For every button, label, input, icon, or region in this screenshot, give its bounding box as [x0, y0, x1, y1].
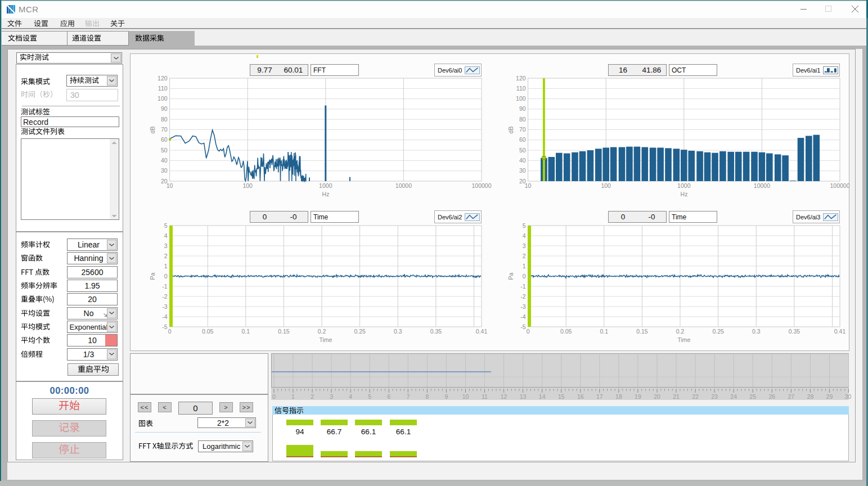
- svg-text:50: 50: [161, 147, 168, 154]
- svg-text:3: 3: [164, 242, 168, 249]
- svg-text:4: 4: [349, 393, 352, 400]
- svg-text:1000: 1000: [677, 182, 691, 189]
- svg-text:100: 100: [158, 95, 168, 102]
- svg-text:0.2: 0.2: [318, 328, 326, 335]
- svg-text:0: 0: [168, 328, 172, 335]
- svg-text:Hz: Hz: [322, 191, 330, 197]
- svg-text:24: 24: [730, 393, 737, 400]
- svg-text:10: 10: [167, 182, 173, 189]
- svg-text:-3: -3: [520, 303, 525, 310]
- svg-text:4: 4: [164, 232, 168, 239]
- svg-text:-1: -1: [162, 283, 167, 290]
- svg-text:22: 22: [692, 393, 699, 400]
- svg-text:-5: -5: [162, 323, 167, 330]
- svg-text:21: 21: [673, 393, 680, 400]
- svg-text:28: 28: [807, 393, 814, 400]
- svg-text:0.15: 0.15: [278, 328, 290, 335]
- svg-text:70: 70: [161, 126, 168, 133]
- svg-text:14: 14: [539, 393, 546, 400]
- svg-text:-3: -3: [162, 303, 167, 310]
- svg-text:100: 100: [601, 182, 611, 189]
- svg-text:7: 7: [406, 393, 410, 400]
- svg-text:0: 0: [164, 273, 168, 280]
- svg-text:29: 29: [826, 393, 833, 400]
- svg-text:-2: -2: [520, 293, 525, 300]
- svg-text:110: 110: [158, 85, 168, 92]
- svg-text:80: 80: [161, 116, 168, 123]
- svg-text:0: 0: [527, 328, 530, 335]
- svg-text:100: 100: [242, 182, 253, 189]
- svg-text:100000: 100000: [471, 182, 491, 189]
- svg-text:30: 30: [161, 167, 168, 174]
- svg-text:Time: Time: [678, 336, 691, 343]
- svg-text:8: 8: [425, 393, 429, 400]
- svg-text:0.05: 0.05: [202, 328, 214, 335]
- svg-text:Hz: Hz: [681, 191, 688, 197]
- svg-text:0.3: 0.3: [752, 328, 761, 335]
- svg-text:17: 17: [596, 393, 603, 400]
- svg-text:10000: 10000: [395, 182, 412, 189]
- svg-text:120: 120: [158, 75, 168, 82]
- svg-text:1: 1: [164, 263, 168, 269]
- svg-text:25: 25: [749, 393, 756, 400]
- svg-text:0.35: 0.35: [430, 328, 442, 335]
- svg-text:Pa: Pa: [149, 272, 156, 280]
- svg-text:90: 90: [519, 105, 526, 112]
- svg-text:40: 40: [519, 157, 526, 164]
- svg-text:2: 2: [523, 253, 526, 259]
- svg-text:0.35: 0.35: [789, 328, 800, 335]
- svg-text:90: 90: [161, 105, 168, 112]
- svg-text:60: 60: [519, 136, 526, 143]
- svg-text:5: 5: [164, 222, 168, 229]
- svg-text:100: 100: [516, 95, 526, 102]
- svg-text:-4: -4: [162, 313, 167, 320]
- svg-text:18: 18: [615, 393, 622, 400]
- svg-text:16: 16: [577, 393, 584, 400]
- svg-text:30: 30: [519, 167, 526, 174]
- svg-text:Time: Time: [320, 336, 332, 343]
- svg-text:0.41: 0.41: [476, 328, 488, 335]
- svg-text:3: 3: [330, 393, 333, 400]
- svg-text:Pa: Pa: [507, 272, 514, 280]
- svg-text:10: 10: [525, 182, 532, 189]
- svg-text:1: 1: [523, 263, 526, 269]
- svg-text:110: 110: [516, 85, 526, 92]
- svg-text:20: 20: [654, 393, 660, 400]
- svg-text:0.1: 0.1: [241, 328, 250, 335]
- svg-text:0.05: 0.05: [560, 328, 572, 335]
- svg-text:5: 5: [523, 222, 526, 229]
- svg-text:11: 11: [482, 393, 488, 400]
- svg-text:26: 26: [768, 393, 775, 400]
- svg-text:-5: -5: [520, 323, 525, 330]
- svg-text:4: 4: [523, 232, 526, 239]
- svg-text:-1: -1: [520, 283, 525, 290]
- svg-text:dB: dB: [507, 127, 514, 134]
- svg-text:100000: 100000: [830, 182, 849, 189]
- svg-text:1000: 1000: [319, 182, 332, 189]
- svg-text:3: 3: [523, 242, 526, 249]
- svg-text:30: 30: [845, 393, 852, 400]
- svg-text:0.25: 0.25: [712, 328, 724, 335]
- svg-text:19: 19: [635, 393, 641, 400]
- svg-text:2: 2: [164, 253, 168, 259]
- svg-text:2: 2: [311, 393, 314, 400]
- svg-text:0.3: 0.3: [394, 328, 402, 335]
- svg-text:10000: 10000: [754, 182, 770, 189]
- svg-text:0.2: 0.2: [676, 328, 685, 335]
- svg-text:1: 1: [291, 393, 295, 400]
- svg-text:dB: dB: [149, 127, 156, 134]
- svg-text:13: 13: [520, 393, 527, 400]
- svg-text:0: 0: [272, 393, 276, 400]
- svg-text:0.15: 0.15: [636, 328, 648, 335]
- svg-text:0: 0: [523, 273, 526, 280]
- svg-text:0.25: 0.25: [354, 328, 366, 335]
- svg-text:70: 70: [519, 126, 526, 133]
- svg-text:60: 60: [161, 136, 168, 143]
- svg-text:-4: -4: [520, 313, 525, 320]
- svg-text:120: 120: [516, 75, 526, 82]
- svg-text:6: 6: [387, 393, 390, 400]
- svg-text:23: 23: [711, 393, 718, 400]
- svg-text:80: 80: [519, 116, 526, 123]
- svg-text:0.1: 0.1: [600, 328, 608, 335]
- svg-text:9: 9: [444, 393, 448, 400]
